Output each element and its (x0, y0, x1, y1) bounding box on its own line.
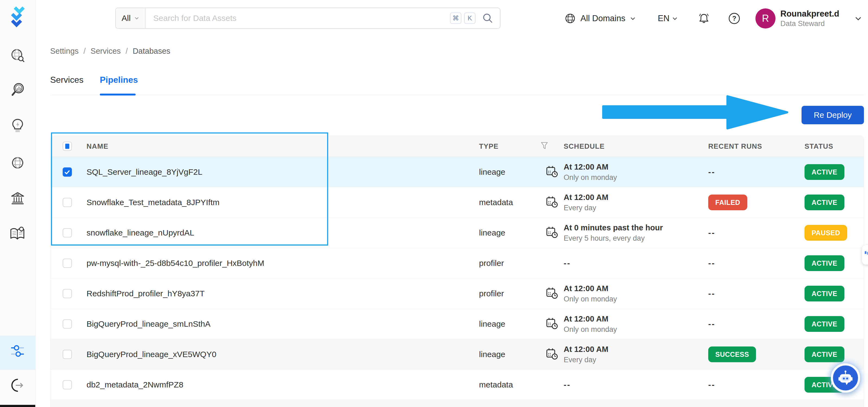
search-scope-dropdown[interactable]: All (116, 8, 146, 28)
lightbulb-icon (10, 118, 26, 133)
bell-icon (697, 12, 711, 25)
pipeline-name[interactable]: snowflake_lineage_nUpyrdAL (87, 228, 194, 238)
pipeline-type: profiler (479, 289, 504, 298)
search-input[interactable] (146, 13, 450, 23)
openmetadata-logo-icon (9, 6, 26, 29)
calendar-clock-icon (546, 287, 558, 301)
pipeline-name[interactable]: Snowflake_Test_metadata_8JPYIftm (87, 198, 219, 207)
status-badge[interactable]: ACTIVE (805, 164, 844, 180)
active-tab-indicator (100, 94, 135, 95)
schedule-cell: At 12:00 AMEvery day (564, 193, 609, 212)
tab-pipelines[interactable]: Pipelines (100, 75, 138, 85)
openmetadata-logo[interactable] (9, 6, 26, 30)
status-badge[interactable]: ACTIVE (805, 286, 844, 302)
edge-widget-tab[interactable] (862, 245, 868, 264)
filter-icon[interactable] (540, 142, 549, 151)
schedule-cell: At 12:00 AMOnly on monday (564, 284, 617, 303)
row-checkbox[interactable] (63, 350, 72, 359)
schedule-cell: At 12:00 AMOnly on monday (564, 162, 617, 182)
indeterminate-mark (65, 144, 69, 149)
status-badge[interactable]: ACTIVE (805, 194, 844, 210)
app-root: { "topbar": { "search": { "scope": "All"… (0, 0, 868, 407)
table-header: NAME TYPE SCHEDULE RECENT RUNS STATUS (51, 136, 864, 157)
status-badge[interactable]: ACTIVE (805, 346, 844, 362)
pipeline-name[interactable]: BigQueryProd_lineage_xVE5WQY0 (87, 350, 216, 359)
recent-run-empty: -- (708, 319, 715, 328)
sidebar-item-explore[interactable] (10, 48, 26, 65)
schedule-frequency: Only on monday (564, 295, 617, 303)
recent-run-badge[interactable]: FAILED (708, 194, 747, 210)
main-page: All ⌘ K All Domains EN (35, 0, 868, 407)
sidebar-item-insights[interactable] (10, 118, 26, 134)
pipeline-name[interactable]: db2_metadata_2NwmfPZ8 (87, 380, 183, 389)
row-checkbox[interactable] (63, 319, 72, 328)
recent-run-badge[interactable]: SUCCESS (708, 346, 756, 362)
magnifier-chart-icon (10, 82, 26, 97)
search-icon[interactable] (482, 12, 494, 24)
schedule-frequency: Only on monday (564, 325, 617, 334)
pipeline-name[interactable]: SQL_Server_lineage_8YjVgF2L (87, 167, 203, 177)
sidebar-item-logout[interactable] (10, 377, 26, 394)
sidebar-item-glossary[interactable] (9, 226, 26, 243)
domains-label: All Domains (581, 13, 625, 23)
status-badge[interactable]: PAUSED (805, 225, 847, 241)
column-header-name[interactable]: NAME (87, 142, 108, 151)
help-button[interactable]: ? (728, 0, 741, 37)
row-checkbox[interactable] (63, 167, 72, 177)
pipeline-type: profiler (479, 258, 504, 268)
schedule-time: At 12:00 AM (564, 193, 609, 201)
table-row: db2_metadata_2NwmfPZ8metadata----ACTIVE (51, 370, 864, 400)
schedule-cell: At 12:00 AMEvery day (564, 345, 609, 364)
schedule-frequency: Every day (564, 204, 609, 212)
column-header-schedule[interactable]: SCHEDULE (564, 142, 604, 151)
breadcrumb-separator: / (84, 47, 86, 56)
domains-dropdown[interactable]: All Domains (564, 0, 636, 37)
row-checkbox[interactable] (63, 198, 72, 207)
tab-services[interactable]: Services (50, 75, 84, 85)
avatar: R (755, 8, 775, 29)
calendar-clock-icon (546, 226, 558, 240)
pipeline-name[interactable]: BigQueryProd_lineage_smLnSthA (87, 319, 211, 328)
row-checkbox[interactable] (63, 380, 72, 389)
recent-run-empty: -- (708, 380, 715, 389)
notifications-button[interactable] (697, 0, 711, 37)
row-checkbox[interactable] (63, 258, 72, 268)
schedule-time: At 12:00 AM (564, 314, 617, 323)
logout-icon (10, 377, 26, 393)
user-menu[interactable]: R Rounakpreet.d Data Steward (755, 0, 839, 37)
left-sidebar (0, 0, 35, 407)
chat-assistant-button[interactable] (831, 363, 860, 393)
pipelines-table-body: SQL_Server_lineage_8YjVgF2LlineageAt 12:… (51, 157, 864, 407)
breadcrumb-settings[interactable]: Settings (50, 47, 79, 56)
sidebar-item-govern[interactable] (10, 190, 26, 207)
user-role: Data Steward (780, 19, 839, 29)
breadcrumb-databases[interactable]: Databases (133, 47, 170, 56)
column-header-status[interactable]: STATUS (805, 142, 833, 151)
schedule-time: At 12:00 AM (564, 162, 617, 171)
pipeline-name[interactable]: pw-mysql-with-_25-d8b54c10_profiler_HxBo… (87, 258, 264, 268)
pipeline-name[interactable]: RedshiftProd_profiler_hY8ya37T (87, 289, 205, 298)
status-badge[interactable]: ACTIVE (805, 255, 844, 271)
status-badge[interactable]: ACTIVE (805, 316, 844, 332)
schedule-empty: -- (564, 380, 571, 389)
select-all-checkbox[interactable] (63, 142, 72, 151)
breadcrumb-services[interactable]: Services (91, 47, 121, 56)
chevron-down-icon (629, 15, 636, 22)
language-dropdown[interactable]: EN (658, 0, 678, 37)
pipeline-type: lineage (479, 350, 505, 359)
column-header-recent-runs[interactable]: RECENT RUNS (708, 142, 762, 151)
sidebar-item-observability[interactable] (10, 82, 26, 98)
column-header-type[interactable]: TYPE (479, 142, 499, 151)
schedule-cell: At 12:00 AMOnly on monday (564, 314, 617, 334)
sidebar-item-settings[interactable] (10, 343, 26, 360)
table-row: RedshiftProd_profiler_hY8ya37TprofilerAt… (51, 278, 864, 309)
redeploy-button[interactable]: Re Deploy (802, 106, 864, 124)
schedule-cell: At 0 minutes past the hourEvery 5 hours,… (564, 223, 663, 242)
schedule-frequency: Every day (564, 355, 609, 364)
pipeline-type: lineage (479, 228, 505, 238)
user-menu-caret[interactable] (854, 14, 863, 24)
bank-icon (10, 190, 26, 206)
row-checkbox[interactable] (63, 289, 72, 298)
sidebar-item-domains[interactable] (10, 155, 26, 172)
row-checkbox[interactable] (63, 228, 72, 238)
